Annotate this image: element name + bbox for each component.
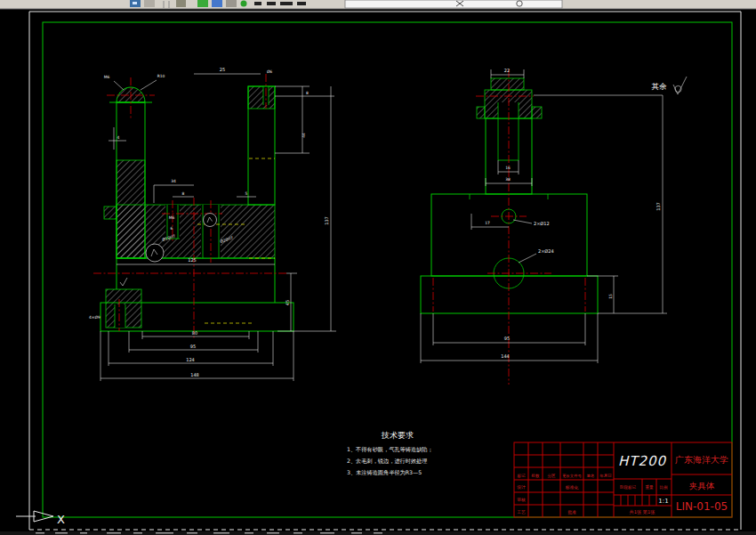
titleblock-stage-label: 阶段标记 <box>620 484 637 490</box>
roughness-balloon <box>204 214 217 227</box>
svg-text:148: 148 <box>190 372 199 377</box>
svg-text:80: 80 <box>192 330 197 336</box>
titleblock-col-header: 处数 <box>532 473 541 478</box>
svg-text:Ø6: Ø6 <box>267 69 272 74</box>
roughness-balloon <box>146 244 164 262</box>
svg-text:137: 137 <box>324 216 329 225</box>
svg-text:95: 95 <box>190 344 196 349</box>
svg-text:4×Ø9: 4×Ø9 <box>89 315 101 320</box>
organization-name: 广东海洋大学 <box>675 455 728 465</box>
toolbar-icon-fragment-2[interactable] <box>144 0 155 7</box>
svg-text:44: 44 <box>302 133 306 138</box>
tech-req-item: 3、未注铸造圆角半径为R3—5 <box>347 469 422 476</box>
toolbar-icon-fragment-7[interactable] <box>241 1 247 7</box>
tech-req-title: 技术要求 <box>381 431 414 440</box>
svg-text:34: 34 <box>171 179 176 183</box>
svg-text:15: 15 <box>608 294 613 299</box>
svg-text:137: 137 <box>655 202 661 211</box>
cad-window: M6 R10 25 Ø6 8 44 137 4 34 8 5 M6 6 Ø10H… <box>0 0 756 535</box>
titleblock-process-label: 工艺 <box>517 509 526 515</box>
toolbar <box>0 0 756 9</box>
titleblock-col-header: 签名 <box>587 474 595 478</box>
svg-text:2×Ø12: 2×Ø12 <box>534 221 550 226</box>
svg-text:95: 95 <box>504 336 510 341</box>
svg-text:144: 144 <box>501 353 510 359</box>
tech-req-item: 2、去毛刺，锐边，进行时效处理 <box>347 458 428 465</box>
svg-text:45: 45 <box>285 300 290 305</box>
titleblock-weight-label: 重量 <box>646 484 655 490</box>
scale-value: 1:1 <box>658 498 668 505</box>
svg-text:5: 5 <box>245 191 248 196</box>
titleblock-col-header: 分区 <box>548 473 557 478</box>
titleblock-col-header: 标记 <box>517 473 527 479</box>
toolbar-icon-fragment-6[interactable] <box>226 0 237 7</box>
part-name: 夹具体 <box>689 481 715 490</box>
svg-text:R10: R10 <box>157 74 165 78</box>
svg-text:6: 6 <box>171 226 173 231</box>
toolbar-combobox[interactable] <box>345 0 562 8</box>
svg-text:16: 16 <box>505 166 511 170</box>
drawing-number: LIN-01-05 <box>676 500 728 513</box>
svg-text:22: 22 <box>504 68 510 73</box>
svg-text:8: 8 <box>182 191 185 196</box>
titleblock-col-header: 更改文件号 <box>562 474 582 478</box>
svg-text:4: 4 <box>117 135 120 140</box>
svg-text:25: 25 <box>220 67 225 72</box>
sheet-count-note: 共1张 第1张 <box>630 509 656 515</box>
svg-text:125: 125 <box>188 257 197 263</box>
cad-canvas[interactable]: M6 R10 25 Ø6 8 44 137 4 34 8 5 M6 6 Ø10H… <box>0 0 756 535</box>
svg-text:M6: M6 <box>169 215 175 220</box>
svg-text:38: 38 <box>505 177 511 182</box>
toolbar-icon-fragment-5[interactable] <box>212 0 222 7</box>
command-line-edge <box>0 531 756 535</box>
material-spec: HT200 <box>618 453 667 469</box>
svg-text:2×Ø24: 2×Ø24 <box>538 248 554 254</box>
ucs-x-axis-label: X <box>57 513 65 526</box>
svg-text:8: 8 <box>306 91 309 95</box>
svg-text:124: 124 <box>186 357 195 362</box>
surface-note-text: 其余 <box>652 82 668 91</box>
titleblock-col-header: 年月日 <box>599 474 612 478</box>
titleblock-check-label: 审核 <box>517 497 526 502</box>
svg-text:17: 17 <box>485 221 490 225</box>
toolbar-icon-fragment-4[interactable] <box>197 0 208 7</box>
toolbar-icon-fragment-3[interactable] <box>176 0 186 7</box>
titleblock-design-label: 设计 <box>516 484 526 490</box>
tech-req-item: 1、不得有砂眼，气孔等铸造缺陷； <box>347 446 433 453</box>
svg-text:M6: M6 <box>104 75 110 79</box>
